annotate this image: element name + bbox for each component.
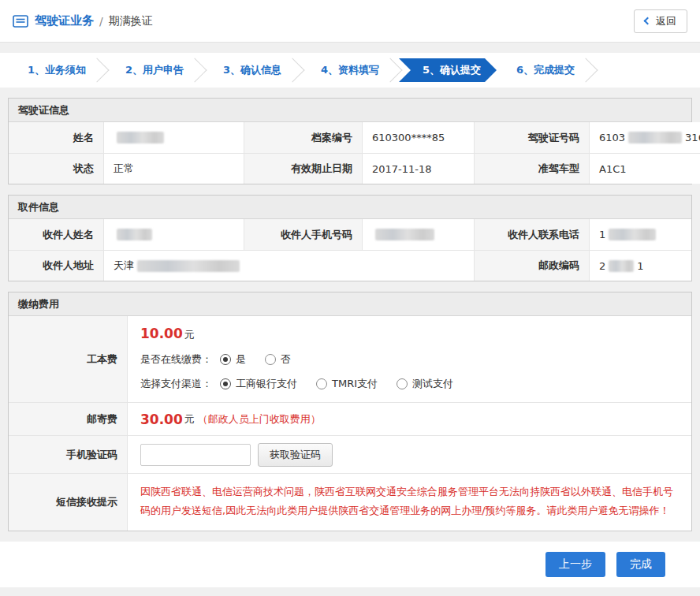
production-fee-label: 工本费 — [9, 316, 127, 402]
sms-code-cell: 获取验证码 — [127, 435, 691, 473]
step-label: 2、用户申告 — [125, 63, 184, 77]
license-no-suffix: 3163X — [685, 132, 700, 143]
pickup-info-section-title: 取件信息 — [9, 196, 691, 219]
vehicle-type-label: 准驾车型 — [474, 153, 589, 184]
pickup-info-panel: 取件信息 收件人姓名 收件人手机号码 收件人联系电话 1 收件人地址 天津 邮政… — [8, 195, 692, 281]
step-label: 6、完成提交 — [516, 63, 575, 77]
pay-channel-line: 选择支付渠道： 工商银行支付 TMRI支付 测试支付 — [140, 377, 679, 391]
recipient-phone-label: 收件人联系电话 — [474, 219, 589, 250]
sms-code-label: 手机验证码 — [9, 435, 127, 473]
back-button-label: 返回 — [656, 14, 676, 28]
online-pay-no-option[interactable]: 否 — [265, 352, 291, 367]
license-info-panel: 驾驶证信息 姓名 档案编号 610300****85 驾驶证号码 6103316… — [8, 98, 692, 184]
redacted-address — [137, 260, 240, 272]
recipient-name-label: 收件人姓名 — [9, 219, 103, 250]
online-pay-yes-label: 是 — [236, 352, 246, 367]
step-4-fill-data[interactable]: 4、资料填写 — [301, 58, 399, 82]
get-code-button[interactable]: 获取验证码 — [258, 443, 333, 467]
online-pay-line: 是否在线缴费： 是 否 — [140, 352, 679, 367]
license-no-prefix: 6103 — [599, 132, 625, 143]
step-wizard: 1、业务须知 2、用户申告 3、确认信息 4、资料填写 5、确认提交 6、完成提… — [0, 53, 700, 88]
recipient-mobile-label: 收件人手机号码 — [244, 219, 362, 250]
step-1-business-notice[interactable]: 1、业务须知 — [8, 58, 106, 82]
chevron-left-icon — [644, 17, 652, 25]
finish-button[interactable]: 完成 — [616, 552, 665, 577]
recipient-phone-value: 1 — [589, 219, 691, 250]
online-pay-question: 是否在线缴费： — [140, 352, 212, 367]
step-label: 4、资料填写 — [321, 63, 379, 77]
production-fee-cell: 10.00元 是否在线缴费： 是 否 选择支付渠道： 工商银行支付 — [127, 316, 691, 402]
step-label: 3、确认信息 — [223, 63, 281, 77]
redacted-license-no — [628, 132, 682, 143]
sms-notice-text: 因陕西省联通、电信运营商技术问题，陕西省互联网交通安全综合服务管理平台无法向持陕… — [127, 473, 691, 531]
step-3-confirm-info[interactable]: 3、确认信息 — [203, 58, 301, 82]
back-button[interactable]: 返回 — [634, 9, 687, 33]
vehicle-type-value: A1C1 — [589, 153, 700, 184]
license-no-label: 驾驶证号码 — [474, 122, 589, 153]
address-prefix: 天津 — [114, 259, 134, 273]
radio-unchecked-icon — [265, 354, 276, 365]
license-business-icon — [13, 15, 28, 28]
name-value — [103, 122, 244, 153]
breadcrumb-current: 期满换证 — [109, 14, 153, 28]
channel-tmri-label: TMRI支付 — [332, 377, 378, 391]
step-5-confirm-submit[interactable]: 5、确认提交 — [399, 58, 497, 82]
fees-table: 工本费 10.00元 是否在线缴费： 是 否 选择支付渠道： — [9, 316, 691, 531]
step-label: 1、业务须知 — [28, 63, 86, 77]
sms-notice-label: 短信接收提示 — [9, 473, 127, 531]
license-info-table: 姓名 档案编号 610300****85 驾驶证号码 61033163X 状态 … — [9, 122, 691, 184]
expiry-label: 有效期止日期 — [244, 153, 362, 184]
redacted-name — [117, 132, 164, 143]
channel-test-option[interactable]: 测试支付 — [397, 377, 453, 391]
step-6-complete-submit[interactable]: 6、完成提交 — [497, 58, 594, 82]
redacted-recipient-mobile — [375, 229, 434, 240]
address-label: 收件人地址 — [9, 250, 103, 281]
radio-unchecked-icon — [397, 378, 408, 389]
mail-fee-label: 邮寄费 — [9, 402, 127, 435]
online-pay-no-label: 否 — [281, 352, 291, 367]
redacted-postcode — [609, 260, 634, 272]
radio-unchecked-icon — [316, 378, 327, 389]
recipient-phone-prefix: 1 — [599, 229, 605, 240]
channel-test-label: 测试支付 — [412, 377, 453, 391]
postcode-label: 邮政编码 — [474, 250, 589, 281]
step-2-user-declaration[interactable]: 2、用户申告 — [106, 58, 203, 82]
pay-channel-question: 选择支付渠道： — [140, 377, 212, 391]
fees-panel: 缴纳费用 工本费 10.00元 是否在线缴费： 是 否 选择支付渠道： — [8, 292, 692, 531]
radio-checked-icon — [220, 354, 231, 365]
step-label: 5、确认提交 — [423, 63, 481, 77]
previous-step-button[interactable]: 上一步 — [545, 552, 605, 577]
yuan-unit: 元 — [184, 329, 195, 341]
fees-section-title: 缴纳费用 — [9, 292, 691, 316]
footer-action-bar: 上一步 完成 — [0, 542, 700, 587]
license-no-value: 61033163X — [589, 122, 700, 153]
recipient-mobile-value — [362, 219, 474, 250]
breadcrumb-separator: / — [99, 15, 103, 28]
address-value: 天津 — [103, 250, 474, 281]
file-no-value: 610300****85 — [362, 122, 474, 153]
mail-fee-note: （邮政人员上门收取费用） — [198, 412, 321, 427]
redacted-recipient-phone — [609, 229, 656, 240]
name-label: 姓名 — [9, 122, 103, 153]
postcode-suffix: 1 — [637, 260, 643, 272]
channel-icbc-label: 工商银行支付 — [236, 377, 297, 391]
online-pay-yes-option[interactable]: 是 — [220, 352, 246, 367]
channel-tmri-option[interactable]: TMRI支付 — [316, 377, 378, 391]
postcode-prefix: 2 — [599, 260, 605, 272]
recipient-name-value — [103, 219, 244, 250]
radio-checked-icon — [220, 378, 231, 389]
yuan-unit: 元 — [184, 412, 195, 427]
license-info-section-title: 驾驶证信息 — [9, 99, 691, 122]
file-no-label: 档案编号 — [244, 122, 362, 153]
mail-fee-amount: 30.00 — [140, 412, 183, 427]
sms-code-input[interactable] — [140, 444, 251, 466]
production-fee-amount-line: 10.00元 — [140, 326, 679, 342]
channel-icbc-option[interactable]: 工商银行支付 — [220, 377, 297, 391]
expiry-value: 2017-11-18 — [362, 153, 474, 184]
status-label: 状态 — [9, 153, 103, 184]
page-title: 驾驶证业务 — [35, 13, 94, 28]
pickup-info-table: 收件人姓名 收件人手机号码 收件人联系电话 1 收件人地址 天津 邮政编码 21 — [9, 219, 691, 281]
production-fee-amount: 10.00 — [140, 326, 183, 341]
postcode-value: 21 — [589, 250, 691, 281]
mail-fee-cell: 30.00元 （邮政人员上门收取费用） — [127, 402, 691, 435]
